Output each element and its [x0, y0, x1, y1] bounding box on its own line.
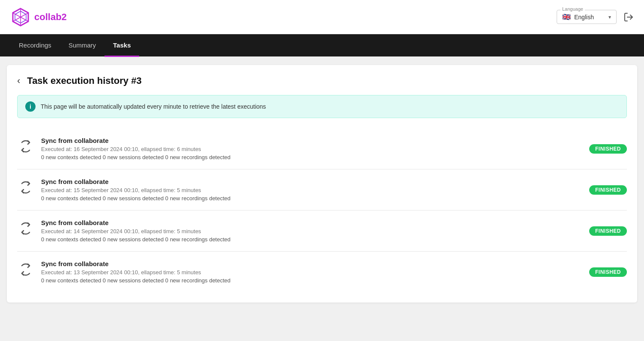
- task-details: 0 new contexts detected 0 new sessions d…: [41, 154, 582, 160]
- language-label: Language: [561, 6, 585, 12]
- logout-button[interactable]: [623, 12, 634, 22]
- nav-item-recordings[interactable]: Recordings: [10, 34, 60, 57]
- sync-icon: [17, 220, 34, 237]
- info-text: This page will be automatically updated …: [41, 103, 266, 110]
- status-badge: FINISHED: [589, 144, 627, 154]
- language-selector[interactable]: Language 🇬🇧 English ▾: [557, 10, 617, 24]
- language-flag: 🇬🇧: [562, 13, 571, 21]
- header: collab2 Language 🇬🇧 English ▾: [0, 0, 644, 34]
- task-meta: Executed at: 15 September 2024 00:10, el…: [41, 187, 582, 193]
- task-name: Sync from collaborate: [41, 137, 582, 144]
- info-icon: i: [25, 101, 36, 112]
- status-badge: FINISHED: [589, 185, 627, 195]
- nav-item-tasks[interactable]: Tasks: [104, 34, 139, 57]
- logo: collab2: [10, 7, 67, 27]
- task-details: 0 new contexts detected 0 new sessions d…: [41, 277, 582, 284]
- task-name: Sync from collaborate: [41, 178, 582, 185]
- header-right: Language 🇬🇧 English ▾: [557, 10, 634, 24]
- nav-item-summary[interactable]: Summary: [60, 34, 104, 57]
- task-info: Sync from collaborate Executed at: 16 Se…: [41, 137, 582, 160]
- task-info: Sync from collaborate Executed at: 13 Se…: [41, 260, 582, 284]
- main-content: ‹ Task execution history #3 i This page …: [0, 56, 644, 311]
- logo-text: collab2: [34, 12, 67, 23]
- task-row: Sync from collaborate Executed at: 13 Se…: [17, 252, 627, 292]
- task-info: Sync from collaborate Executed at: 14 Se…: [41, 219, 582, 243]
- task-name: Sync from collaborate: [41, 219, 582, 226]
- task-meta: Executed at: 13 September 2024 00:10, el…: [41, 269, 582, 276]
- info-banner: i This page will be automatically update…: [17, 95, 627, 118]
- sync-icon: [17, 138, 34, 155]
- chevron-down-icon: ▾: [608, 14, 611, 20]
- task-info: Sync from collaborate Executed at: 15 Se…: [41, 178, 582, 202]
- logo-icon: [10, 7, 31, 27]
- sync-icon: [17, 179, 34, 196]
- task-row: Sync from collaborate Executed at: 15 Se…: [17, 169, 627, 211]
- task-row: Sync from collaborate Executed at: 16 Se…: [17, 128, 627, 169]
- status-badge: FINISHED: [589, 267, 627, 277]
- task-meta: Executed at: 14 September 2024 00:10, el…: [41, 228, 582, 234]
- task-details: 0 new contexts detected 0 new sessions d…: [41, 236, 582, 243]
- task-row: Sync from collaborate Executed at: 14 Se…: [17, 211, 627, 252]
- back-button[interactable]: ‹: [17, 75, 20, 86]
- page-title: Task execution history #3: [27, 75, 141, 86]
- nav-bar: Recordings Summary Tasks: [0, 34, 644, 56]
- task-details: 0 new contexts detected 0 new sessions d…: [41, 195, 582, 202]
- task-meta: Executed at: 16 September 2024 00:10, el…: [41, 146, 582, 152]
- language-name: English: [574, 14, 605, 21]
- page-title-row: ‹ Task execution history #3: [17, 75, 627, 86]
- sync-icon: [17, 261, 34, 278]
- task-list: Sync from collaborate Executed at: 16 Se…: [17, 128, 627, 292]
- task-name: Sync from collaborate: [41, 260, 582, 267]
- content-card: ‹ Task execution history #3 i This page …: [7, 65, 637, 302]
- status-badge: FINISHED: [589, 226, 627, 236]
- logout-icon: [623, 12, 634, 22]
